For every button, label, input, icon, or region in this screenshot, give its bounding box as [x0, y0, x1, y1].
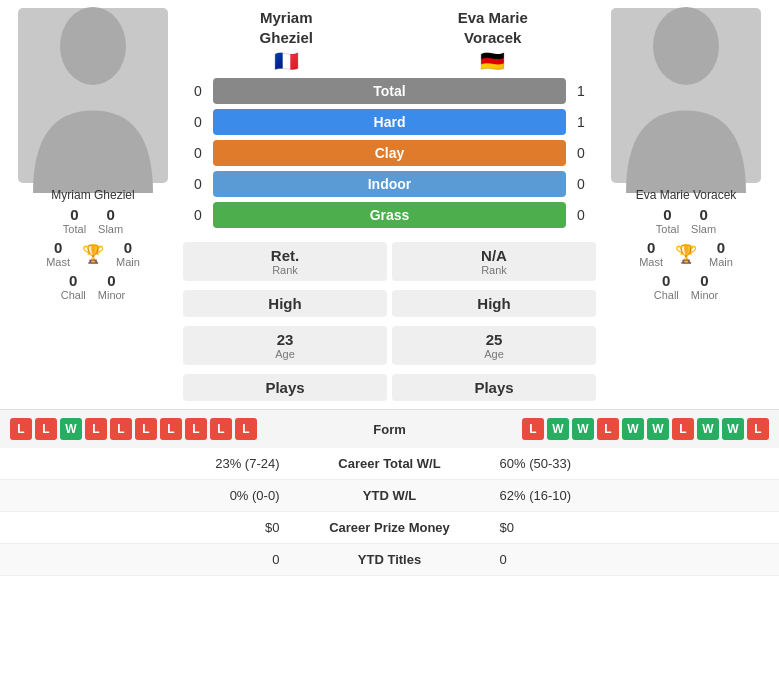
form-badge-l: L	[85, 418, 107, 440]
right-player-header: Eva Marie Voracek 🇩🇪	[390, 8, 597, 73]
right-trophy-row: 0 Mast 🏆 0 Main	[639, 239, 733, 268]
form-badge-l: L	[160, 418, 182, 440]
left-player-avatar	[18, 8, 168, 183]
left-trophy-row: 0 Mast 🏆 0 Main	[46, 239, 140, 268]
right-slam-stat: 0 Slam	[691, 206, 716, 235]
left-player-card: Myriam Gheziel 0 Total 0 Slam 0 Mast 🏆	[8, 8, 178, 401]
hard-badge: Hard	[213, 109, 566, 135]
left-flag: 🇫🇷	[183, 49, 390, 73]
svg-point-0	[60, 7, 126, 85]
form-badge-l: L	[747, 418, 769, 440]
stats-row-3: 0 YTD Titles 0	[0, 544, 779, 576]
stats-rows: 23% (7-24) Career Total W/L 60% (50-33) …	[0, 448, 779, 576]
left-rank-box: Ret. Rank	[183, 242, 387, 281]
form-badge-w: W	[547, 418, 569, 440]
form-label: Form	[373, 422, 406, 437]
left-slam-stat: 0 Slam	[98, 206, 123, 235]
form-badge-l: L	[10, 418, 32, 440]
form-badge-w: W	[60, 418, 82, 440]
form-badge-l: L	[672, 418, 694, 440]
form-badge-w: W	[647, 418, 669, 440]
form-badge-w: W	[572, 418, 594, 440]
stats-right-1: 62% (16-10)	[480, 488, 765, 503]
right-player-avatar	[611, 8, 761, 183]
right-age-box: 25 Age	[392, 326, 596, 365]
surface-row-indoor: 0 Indoor 0	[183, 171, 596, 197]
left-header-name: Myriam Gheziel	[183, 8, 390, 47]
form-badge-l: L	[110, 418, 132, 440]
left-minor-stat: 0 Minor	[98, 272, 126, 301]
right-center-stats: N/A Rank High 25 Age Plays	[392, 238, 596, 401]
form-badge-w: W	[722, 418, 744, 440]
right-form-badges: LWWLWWLWWL	[522, 418, 769, 440]
right-total-stat: 0 Total	[656, 206, 679, 235]
form-badge-l: L	[522, 418, 544, 440]
stats-right-3: 0	[480, 552, 765, 567]
stats-left-1: 0% (0-0)	[15, 488, 300, 503]
left-trophy-icon: 🏆	[82, 243, 104, 265]
left-high-box: High	[183, 290, 387, 317]
total-badge: Total	[213, 78, 566, 104]
form-badge-w: W	[697, 418, 719, 440]
left-form-badges: LLWLLLLLLL	[10, 418, 257, 440]
stats-left-3: 0	[15, 552, 300, 567]
stats-center-1: YTD W/L	[300, 488, 480, 503]
stats-row-2: $0 Career Prize Money $0	[0, 512, 779, 544]
surface-row-hard: 0 Hard 1	[183, 109, 596, 135]
surface-table: 0 Total 1 0 Hard 1 0 Clay 0 0 Indoor	[183, 78, 596, 233]
center-column: Myriam Gheziel 🇫🇷 Eva Marie Voracek 🇩🇪	[183, 8, 596, 401]
surface-row-total: 0 Total 1	[183, 78, 596, 104]
stats-row-0: 23% (7-24) Career Total W/L 60% (50-33)	[0, 448, 779, 480]
right-trophy-icon: 🏆	[675, 243, 697, 265]
stats-center-0: Career Total W/L	[300, 456, 480, 471]
left-player-header: Myriam Gheziel 🇫🇷	[183, 8, 390, 73]
form-badge-w: W	[622, 418, 644, 440]
form-row: LLWLLLLLLL Form LWWLWWLWWL	[0, 409, 779, 448]
right-header-name: Eva Marie Voracek	[390, 8, 597, 47]
svg-point-1	[653, 7, 719, 85]
right-player-card: Eva Marie Voracek 0 Total 0 Slam 0 Mast …	[601, 8, 771, 401]
stats-center-2: Career Prize Money	[300, 520, 480, 535]
left-age-box: 23 Age	[183, 326, 387, 365]
right-flag: 🇩🇪	[390, 49, 597, 73]
grass-badge: Grass	[213, 202, 566, 228]
form-badge-l: L	[185, 418, 207, 440]
stats-right-0: 60% (50-33)	[480, 456, 765, 471]
surface-row-clay: 0 Clay 0	[183, 140, 596, 166]
right-minor-stat: 0 Minor	[691, 272, 719, 301]
surface-row-grass: 0 Grass 0	[183, 202, 596, 228]
indoor-badge: Indoor	[213, 171, 566, 197]
left-player-name: Myriam Gheziel	[51, 188, 134, 202]
right-main-stat: 0 Main	[709, 239, 733, 268]
stats-center-3: YTD Titles	[300, 552, 480, 567]
left-plays-box: Plays	[183, 374, 387, 401]
right-mast-stat: 0 Mast	[639, 239, 663, 268]
left-mast-stat: 0 Mast	[46, 239, 70, 268]
stats-left-2: $0	[15, 520, 300, 535]
stats-left-0: 23% (7-24)	[15, 456, 300, 471]
right-plays-box: Plays	[392, 374, 596, 401]
left-main-stat: 0 Main	[116, 239, 140, 268]
right-chall-stat: 0 Chall	[654, 272, 679, 301]
right-high-box: High	[392, 290, 596, 317]
stats-row-1: 0% (0-0) YTD W/L 62% (16-10)	[0, 480, 779, 512]
left-chall-stat: 0 Chall	[61, 272, 86, 301]
stats-right-2: $0	[480, 520, 765, 535]
form-badge-l: L	[210, 418, 232, 440]
left-total-stat: 0 Total	[63, 206, 86, 235]
clay-badge: Clay	[213, 140, 566, 166]
form-badge-l: L	[35, 418, 57, 440]
form-badge-l: L	[135, 418, 157, 440]
form-badge-l: L	[597, 418, 619, 440]
right-player-name: Eva Marie Voracek	[636, 188, 737, 202]
form-badge-l: L	[235, 418, 257, 440]
left-center-stats: Ret. Rank High 23 Age Plays	[183, 238, 387, 401]
right-rank-box: N/A Rank	[392, 242, 596, 281]
